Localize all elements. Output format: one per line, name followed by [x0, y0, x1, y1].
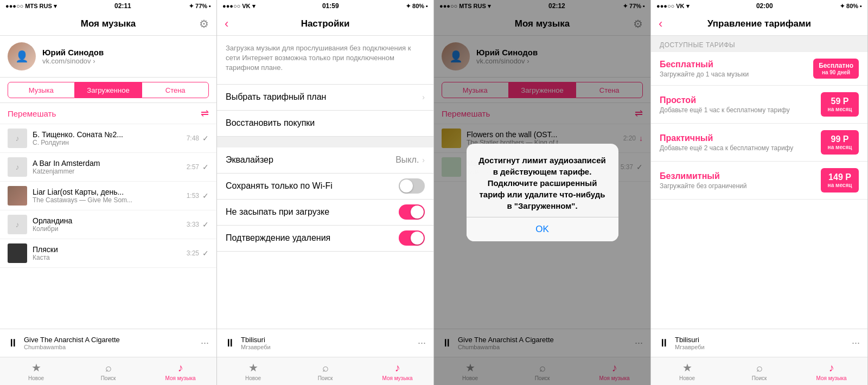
status-time-4: 02:00 [756, 2, 773, 10]
track-check: ✓ [202, 134, 209, 143]
settings-label-eq: Эквалайзер [226, 155, 273, 165]
tariff-btn-practical[interactable]: 99 Р на месяц [821, 130, 859, 155]
track-art: ♪ [8, 157, 27, 177]
nav-item-music-2[interactable]: ♪ Моя музыка [361, 362, 433, 381]
tariff-sub-simple: на месяц [827, 106, 852, 112]
tab-wall-1[interactable]: Стена [142, 82, 209, 98]
dialog-box: Достигнут лимит аудиозаписей в действующ… [467, 144, 618, 241]
play-pause-button-2[interactable]: ⏸ [225, 337, 235, 349]
tariff-desc-unlimited: Загружайте без ограничений [660, 182, 821, 190]
tariff-btn-simple[interactable]: 59 Р на месяц [821, 92, 859, 117]
tariff-desc-practical: Добавьте ещё 2 часа к бесплатному тарифу [660, 144, 821, 152]
toggle-knob-sleep [411, 206, 424, 219]
settings-row-restore[interactable]: Восстановить покупки [217, 111, 433, 137]
nav-item-new-4[interactable]: ★ Новое [651, 361, 723, 381]
tab-music-1[interactable]: Музыка [8, 82, 75, 98]
dialog-ok-button[interactable]: OK [467, 217, 618, 241]
track-info: Liar Liar(ost Карты, день... The Castawa… [33, 188, 183, 204]
track-item[interactable]: ♪ A Bar In Amsterdam Katzenjammer 2:57 ✓ [0, 153, 216, 182]
nav-item-search-4[interactable]: ⌕ Поиск [723, 362, 795, 381]
search-icon-1: ⌕ [105, 362, 112, 374]
nav-item-music-1[interactable]: ♪ Моя музыка [144, 362, 216, 381]
settings-list: Выбрать тарифный план › Восстановить пок… [217, 85, 433, 329]
track-title: Орландина [33, 216, 183, 225]
nav-item-music-4[interactable]: ♪ Моя музыка [795, 362, 867, 381]
tariff-sub-unlimited: на месяц [827, 182, 852, 188]
bottom-nav-4: ★ Новое ⌕ Поиск ♪ Моя музыка [651, 357, 867, 385]
more-button-2[interactable]: ··· [418, 337, 426, 349]
track-item[interactable]: ♪ Б. Тищенко. Соната №2... С. Ролдугин 7… [0, 124, 216, 153]
play-pause-button-4[interactable]: ⏸ [659, 337, 669, 349]
more-button-1[interactable]: ··· [201, 337, 209, 349]
settings-eq-value: Выкл. [395, 155, 419, 165]
settings-row-tariff[interactable]: Выбрать тарифный план › [217, 85, 433, 111]
tariff-name-free: Бесплатный [660, 60, 813, 69]
status-right-1: ✦ 77% ▪ [189, 3, 211, 10]
settings-row-confirm[interactable]: Подтверждение удаления [217, 226, 433, 252]
nav-item-search-2[interactable]: ⌕ Поиск [289, 362, 361, 381]
status-bar-2: ●●●○○ VK ▾ 01:59 ✦ 80% ▪ [217, 0, 433, 12]
mini-player-2[interactable]: ⏸ Tbilisuri Мгзавреби ··· [217, 329, 433, 357]
status-left-2: ●●●○○ VK ▾ [222, 3, 256, 10]
tariff-item-practical[interactable]: Практичный Добавьте ещё 2 часа к бесплат… [651, 124, 867, 162]
settings-row-sleep[interactable]: Не засыпать при загрузке [217, 200, 433, 226]
tariff-item-unlimited[interactable]: Безлимитный Загружайте без ограничений 1… [651, 162, 867, 200]
tariff-btn-unlimited[interactable]: 149 Р на месяц [821, 168, 859, 193]
tariff-item-simple[interactable]: Простой Добавьте ещё 1 час к бесплатному… [651, 86, 867, 124]
mini-player-1[interactable]: ⏸ Give The Anarchist A Cigarette Chumbaw… [0, 329, 216, 357]
nav-label-new-2: Новое [245, 375, 261, 381]
settings-row-eq[interactable]: Эквалайзер Выкл. › [217, 147, 433, 174]
star-icon-4: ★ [682, 361, 692, 374]
profile-link-1[interactable]: vk.com/sinodov › [42, 57, 104, 65]
tab-downloaded-1[interactable]: Загруженное [75, 82, 142, 98]
track-artist: Katzenjammer [33, 168, 183, 175]
shuffle-icon-1[interactable]: ⇌ [201, 107, 209, 119]
toggle-confirm[interactable] [399, 230, 425, 246]
mini-player-4[interactable]: ⏸ Tbilisuri Мгзавреби ··· [651, 329, 867, 357]
nav-bar-1: Моя музыка ⚙ [0, 12, 216, 36]
track-duration: 2:57 [187, 163, 199, 171]
back-button-4[interactable]: ‹ [659, 17, 662, 31]
nav-item-new-2[interactable]: ★ Новое [217, 361, 289, 381]
track-artist: Колибри [33, 225, 183, 233]
mini-title-2: Tbilisuri [241, 336, 418, 344]
dialog-text: Достигнут лимит аудиозаписей в действующ… [477, 155, 608, 211]
tariff-btn-free[interactable]: Бесплатно на 90 дней [813, 59, 859, 79]
tariff-info-practical: Практичный Добавьте ещё 2 часа к бесплат… [660, 133, 821, 152]
toggle-knob-confirm [411, 232, 424, 245]
track-info: A Bar In Amsterdam Katzenjammer [33, 159, 183, 175]
nav-label-new-4: Новое [679, 375, 695, 381]
settings-row-wifi[interactable]: Сохранять только по Wi-Fi [217, 174, 433, 200]
screen-my-music-1: ●●●○○ MTS RUS ▾ 02:11 ✦ 77% ▪ Моя музыка… [0, 0, 217, 385]
nav-label-search-2: Поиск [318, 375, 333, 381]
settings-label-tariff: Выбрать тарифный план [226, 92, 326, 102]
nav-item-new-1[interactable]: ★ Новое [0, 361, 72, 381]
track-title: Пляски [33, 245, 183, 254]
nav-label-music-1: Моя музыка [165, 375, 195, 381]
track-item[interactable]: Пляски Каста 3:25 ✓ [0, 239, 216, 268]
nav-label-music-2: Моя музыка [382, 375, 412, 381]
nav-bar-2: ‹ Настройки [217, 12, 433, 36]
music-icon-2: ♪ [395, 362, 400, 374]
status-left-1: ●●●○○ MTS RUS ▾ [5, 3, 57, 10]
toggle-sleep[interactable] [399, 204, 425, 220]
profile-section-1: 👤 Юрий Синодов vk.com/sinodov › [0, 36, 216, 78]
back-button-2[interactable]: ‹ [225, 17, 228, 31]
tariff-item-free[interactable]: Бесплатный Загружайте до 1 часа музыки Б… [651, 52, 867, 86]
play-pause-button-1[interactable]: ⏸ [8, 337, 18, 349]
track-title: A Bar In Amsterdam [33, 159, 183, 168]
mini-title-4: Tbilisuri [675, 336, 852, 344]
gear-icon-1[interactable]: ⚙ [199, 17, 209, 30]
toggle-wifi[interactable] [399, 178, 425, 194]
dialog-overlay: Достигнут лимит аудиозаписей в действующ… [434, 0, 650, 385]
shuffle-label-1[interactable]: Перемешать [8, 109, 56, 118]
page-title-2: Настройки [301, 18, 350, 29]
settings-label-sleep: Не засыпать при загрузке [226, 207, 329, 217]
nav-item-search-1[interactable]: ⌕ Поиск [72, 362, 144, 381]
more-button-4[interactable]: ··· [852, 337, 860, 349]
status-bar-4: ●●●○○ VK ▾ 02:00 ✦ 80% ▪ [651, 0, 867, 12]
track-item[interactable]: ♪ Орландина Колибри 3:33 ✓ [0, 210, 216, 239]
mini-artist-4: Мгзавреби [675, 344, 852, 350]
track-item[interactable]: Liar Liar(ost Карты, день... The Castawa… [0, 182, 216, 210]
status-right-4: ✦ 80% ▪ [840, 3, 862, 10]
